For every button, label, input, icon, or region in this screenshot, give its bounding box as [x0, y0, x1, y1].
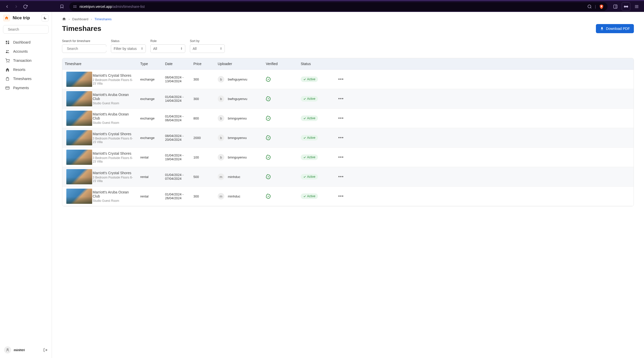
filter-search-input[interactable] — [62, 44, 106, 53]
brave-shields-icon[interactable] — [599, 4, 604, 9]
timeshare-price: 2000 — [191, 136, 215, 140]
zoom-icon[interactable] — [587, 4, 592, 9]
breadcrumb: › Dashboard › Timeshares — [62, 17, 634, 21]
browser-back-button[interactable] — [3, 3, 11, 11]
sidebar-item-accounts[interactable]: Accounts — [3, 47, 49, 56]
browser-sidebar-button[interactable] — [611, 2, 620, 11]
sidebar-item-resorts[interactable]: Resorts — [3, 65, 49, 74]
uploader-name: minhduc — [228, 194, 240, 198]
timeshare-thumbnail — [66, 91, 92, 106]
timeshare-thumbnail — [66, 189, 92, 204]
browser-menu-button[interactable] — [632, 2, 641, 11]
uploader-cell: b bmnguyenvu — [218, 154, 261, 161]
timeshare-type: exchange — [138, 136, 163, 140]
filter-status-label: Status — [111, 39, 146, 43]
uploader-avatar: b — [218, 95, 224, 102]
uploader-avatar: b — [218, 115, 224, 122]
filter-sort-label: Sort by — [190, 39, 225, 43]
check-icon — [303, 117, 306, 120]
row-actions-button[interactable]: ••• — [338, 77, 344, 82]
download-pdf-button[interactable]: Download PDF — [596, 24, 634, 33]
sidebar-item-label: Payments — [13, 86, 29, 90]
timeshare-date: 01/04/2024 - 14/04/2024 — [163, 95, 191, 103]
col-uploader: Uploader — [215, 62, 263, 66]
filters-row: Search for timeshare Status Filter by st… — [62, 39, 634, 53]
dashboard-icon — [5, 40, 10, 45]
col-timeshare: Timeshare — [62, 62, 138, 66]
svg-point-3 — [76, 7, 76, 8]
table-row[interactable]: Marriott's Crystal Shores 2 Bedroom Pool… — [62, 70, 634, 89]
row-actions-button[interactable]: ••• — [338, 194, 344, 199]
filter-role-select[interactable]: All ▲▼ — [150, 44, 185, 53]
user-name: minhtri — [14, 348, 25, 352]
uploader-cell: b bwfnguyenvu — [218, 95, 261, 102]
browser-reload-button[interactable] — [21, 3, 29, 11]
status-badge: Active — [301, 154, 318, 160]
sidebar-item-payments[interactable]: Payments — [3, 83, 49, 92]
row-actions-button[interactable]: ••• — [338, 174, 344, 179]
table-row[interactable]: Marriott's Aruba Ocean Club Studio Guest… — [62, 89, 634, 109]
breadcrumb-dashboard[interactable]: Dashboard — [72, 17, 88, 21]
uploader-avatar: m — [218, 193, 224, 200]
status-badge: Active — [301, 76, 318, 82]
browser-bookmark-button[interactable] — [58, 3, 66, 11]
browser-forward-button[interactable] — [12, 3, 20, 11]
transaction-icon — [5, 58, 10, 63]
filter-status-select[interactable]: Filter by status ▲▼ — [111, 44, 146, 53]
timeshare-price: 300 — [191, 77, 215, 81]
timeshare-name: Marriott's Crystal Shores — [93, 171, 135, 175]
home-icon[interactable] — [62, 17, 66, 21]
table-row[interactable]: Marriott's Crystal Shores 3 Bedroom Pool… — [62, 167, 634, 187]
timeshare-date: 01/04/2024 - 07/04/2024 — [163, 173, 191, 181]
timeshare-type: exchange — [138, 97, 163, 101]
select-arrows-icon: ▲▼ — [180, 47, 183, 50]
timeshare-date: 01/04/2024 - 06/04/2024 — [163, 114, 191, 122]
sidebar-item-transaction[interactable]: Transaction — [3, 56, 49, 65]
status-badge: Active — [301, 115, 318, 121]
logo-row: Nice trip — [3, 14, 49, 22]
row-actions-button[interactable]: ••• — [338, 135, 344, 140]
browser-chrome: nicetripvn.vercel.app/admin/timeshare-li… — [0, 0, 644, 12]
uploader-cell: b bwfnguyenvu — [218, 76, 261, 83]
logout-button[interactable] — [43, 348, 48, 352]
timeshare-name: Marriott's Aruba Ocean Club — [93, 93, 135, 101]
main-content: › Dashboard › Timeshares Timeshares Down… — [52, 12, 644, 358]
svg-rect-22 — [6, 78, 9, 80]
timeshares-icon — [5, 77, 10, 81]
status-badge: Active — [301, 193, 318, 199]
table-row[interactable]: Marriott's Aruba Ocean Club Studio Guest… — [62, 109, 634, 128]
site-settings-icon — [73, 5, 77, 9]
timeshare-thumbnail — [66, 130, 92, 145]
col-type: Type — [138, 62, 163, 66]
sidebar-item-dashboard[interactable]: Dashboard — [3, 38, 49, 47]
timeshares-table: Timeshare Type Date Price Uploader Verif… — [62, 58, 634, 206]
theme-toggle-button[interactable] — [42, 14, 49, 22]
sidebar-search-input[interactable] — [8, 27, 52, 31]
filter-sort-select[interactable]: All ▲▼ — [190, 44, 225, 53]
sidebar-item-label: Dashboard — [13, 40, 31, 44]
timeshare-price: 300 — [191, 97, 215, 101]
timeshare-name: Marriott's Crystal Shores — [93, 132, 135, 136]
timeshare-price: 300 — [191, 194, 215, 198]
table-row[interactable]: Marriott's Crystal Shores 3 Bedroom Pool… — [62, 148, 634, 167]
timeshare-thumbnail — [66, 72, 92, 87]
chevron-right-icon: › — [69, 17, 70, 21]
sidebar-search[interactable] — [3, 25, 49, 34]
svg-point-19 — [8, 50, 9, 51]
row-actions-button[interactable]: ••• — [338, 96, 344, 101]
timeshare-date: 01/04/2024 - 19/04/2024 — [163, 153, 191, 161]
row-actions-button[interactable]: ••• — [338, 155, 344, 160]
verified-icon — [266, 116, 296, 121]
moon-icon — [43, 16, 47, 20]
browser-url-bar[interactable]: nicetripvn.vercel.app/admin/timeshare-li… — [69, 2, 608, 11]
table-row[interactable]: Marriott's Crystal Shores 3 Bedroom Pool… — [62, 128, 634, 148]
browser-reader-button[interactable] — [622, 2, 630, 11]
row-actions-button[interactable]: ••• — [338, 116, 344, 121]
uploader-name: bwfnguyenvu — [228, 97, 247, 101]
timeshare-name: Marriott's Crystal Shores — [93, 151, 135, 155]
check-icon — [303, 156, 306, 159]
sidebar-item-timeshares[interactable]: Timeshares — [3, 74, 49, 83]
user-avatar[interactable] — [4, 346, 11, 353]
table-row[interactable]: Marriott's Aruba Ocean Club Studio Guest… — [62, 187, 634, 206]
timeshare-thumbnail — [66, 169, 92, 184]
